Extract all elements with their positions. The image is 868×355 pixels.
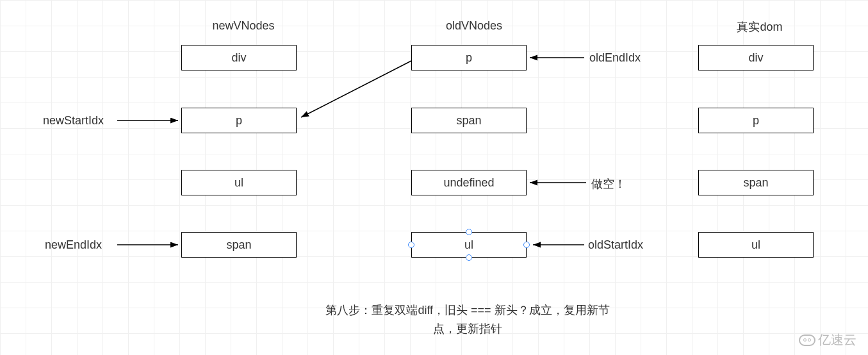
- label-old-start-idx: oldStartIdx: [588, 238, 643, 252]
- old-node-0: p: [411, 45, 527, 70]
- watermark-text: 亿速云: [818, 331, 856, 349]
- new-node-2-text: ul: [234, 176, 243, 190]
- real-node-1-text: p: [753, 114, 759, 128]
- old-node-0-text: p: [466, 51, 472, 65]
- new-node-0-text: div: [231, 51, 246, 65]
- caption-line-1: 第八步：重复双端diff，旧头 === 新头？成立，复用新节: [275, 301, 660, 320]
- real-node-0-text: div: [748, 51, 763, 65]
- caption-line-2: 点，更新指针: [275, 320, 660, 338]
- arrow-diagonal: [301, 61, 411, 117]
- label-old-end-idx: oldEndIdx: [589, 51, 641, 65]
- old-node-3: ul: [411, 232, 527, 258]
- new-node-3: span: [181, 232, 297, 258]
- watermark-logo: 亿速云: [799, 331, 856, 349]
- old-node-2-text: undefined: [443, 176, 494, 190]
- selection-handle: [408, 242, 414, 248]
- selection-handle: [523, 242, 530, 248]
- title-new-vnodes: newVNodes: [179, 19, 307, 33]
- old-node-1-text: span: [456, 114, 481, 128]
- real-node-3-text: ul: [751, 238, 760, 252]
- new-node-0: div: [181, 45, 297, 70]
- new-node-2: ul: [181, 170, 297, 195]
- real-node-2: span: [698, 170, 814, 195]
- real-node-3: ul: [698, 232, 814, 258]
- new-node-1: p: [181, 108, 297, 133]
- label-new-end-idx: newEndIdx: [45, 238, 102, 252]
- title-old-vnodes: oldVNodes: [410, 19, 538, 33]
- new-node-3-text: span: [226, 238, 251, 252]
- title-real-dom: 真实dom: [696, 19, 824, 35]
- caption: 第八步：重复双端diff，旧头 === 新头？成立，复用新节 点，更新指针: [275, 301, 660, 338]
- real-node-2-text: span: [743, 176, 768, 190]
- label-make-empty: 做空！: [591, 176, 626, 192]
- real-node-1: p: [698, 108, 814, 133]
- old-node-1: span: [411, 108, 527, 133]
- real-node-0: div: [698, 45, 814, 70]
- selection-handle: [466, 254, 472, 261]
- label-new-start-idx: newStartIdx: [43, 114, 104, 128]
- old-node-2: undefined: [411, 170, 527, 195]
- old-node-3-text: ul: [464, 238, 473, 252]
- new-node-1-text: p: [236, 114, 242, 128]
- cloud-icon: [799, 334, 815, 346]
- selection-handle: [466, 229, 472, 235]
